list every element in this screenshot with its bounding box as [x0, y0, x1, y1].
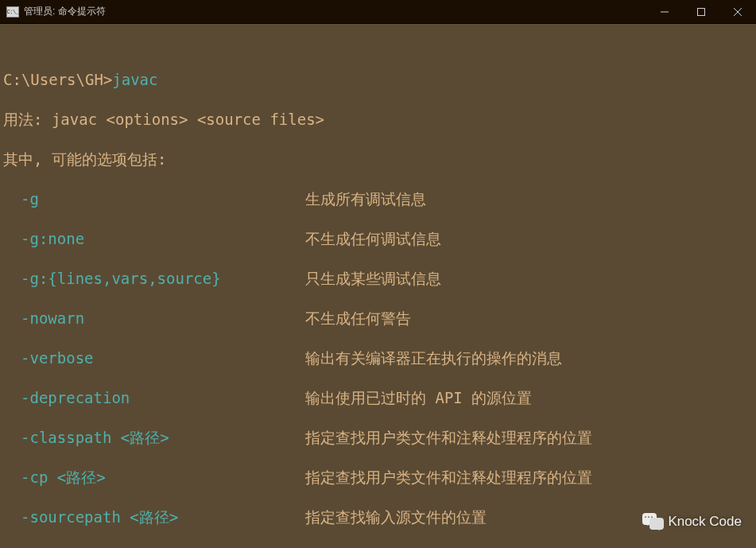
terminal-output[interactable]: C:\Users\GH>javac 用法: javac <options> <s… [0, 24, 756, 548]
watermark-text: Knock Code [668, 514, 742, 530]
option-row: -g生成所有调试信息 [3, 189, 753, 209]
option-row: -cp <路径>指定查找用户类文件和注释处理程序的位置 [3, 468, 753, 488]
option-row: -nowarn不生成任何警告 [3, 309, 753, 328]
command-line: C:\Users\GH>javac [3, 70, 753, 90]
option-desc: 指定查找用户类文件和注释处理程序的位置 [305, 428, 592, 448]
option-flag: -deprecation [3, 388, 305, 408]
cmd-icon [6, 6, 19, 17]
options-header: 其中, 可能的选项包括: [3, 150, 753, 169]
minimize-icon [661, 8, 669, 16]
close-icon [734, 8, 742, 16]
option-desc: 不生成任何调试信息 [305, 229, 441, 249]
option-flag: -cp <路径> [3, 468, 305, 488]
option-desc: 不生成任何警告 [305, 309, 411, 328]
usage-line: 用法: javac <options> <source files> [3, 110, 753, 130]
prompt-text: C:\Users\GH> [3, 71, 112, 88]
maximize-icon [697, 8, 705, 16]
window-title: 管理员: 命令提示符 [24, 5, 106, 18]
option-flag: -g:none [3, 229, 305, 249]
maximize-button[interactable] [683, 0, 719, 24]
command-text: javac [112, 71, 157, 88]
close-button[interactable] [719, 0, 756, 24]
option-row: -sourcepath <路径>指定查找输入源文件的位置 [3, 507, 753, 527]
minimize-button[interactable] [646, 0, 683, 24]
usage-label: 用法: [3, 111, 52, 128]
titlebar-left: 管理员: 命令提示符 [0, 5, 106, 18]
option-row: -deprecation输出使用已过时的 API 的源位置 [3, 388, 753, 408]
svg-rect-1 [698, 9, 705, 16]
option-row: -classpath <路径>指定查找用户类文件和注释处理程序的位置 [3, 428, 753, 448]
option-flag: -verbose [3, 348, 305, 368]
option-flag: -sourcepath <路径> [3, 507, 305, 527]
watermark: Knock Code [642, 513, 742, 531]
option-row: -g:none不生成任何调试信息 [3, 229, 753, 249]
usage-syntax: javac <options> <source files> [52, 111, 324, 128]
option-flag: -g [3, 189, 305, 209]
option-flag: -g:{lines,vars,source} [3, 269, 305, 289]
option-desc: 指定查找用户类文件和注释处理程序的位置 [305, 468, 592, 488]
option-desc: 只生成某些调试信息 [305, 269, 441, 289]
option-row: -verbose输出有关编译器正在执行的操作的消息 [3, 348, 753, 368]
option-desc: 生成所有调试信息 [305, 189, 426, 209]
option-flag: -nowarn [3, 309, 305, 328]
option-flag: -classpath <路径> [3, 428, 305, 448]
option-row: -g:{lines,vars,source}只生成某些调试信息 [3, 269, 753, 289]
window-titlebar: 管理员: 命令提示符 [0, 0, 756, 24]
option-desc: 输出使用已过时的 API 的源位置 [305, 388, 532, 408]
window-controls [646, 0, 756, 23]
wechat-icon [642, 513, 663, 531]
option-desc: 输出有关编译器正在执行的操作的消息 [305, 348, 562, 368]
option-desc: 指定查找输入源文件的位置 [305, 507, 487, 527]
